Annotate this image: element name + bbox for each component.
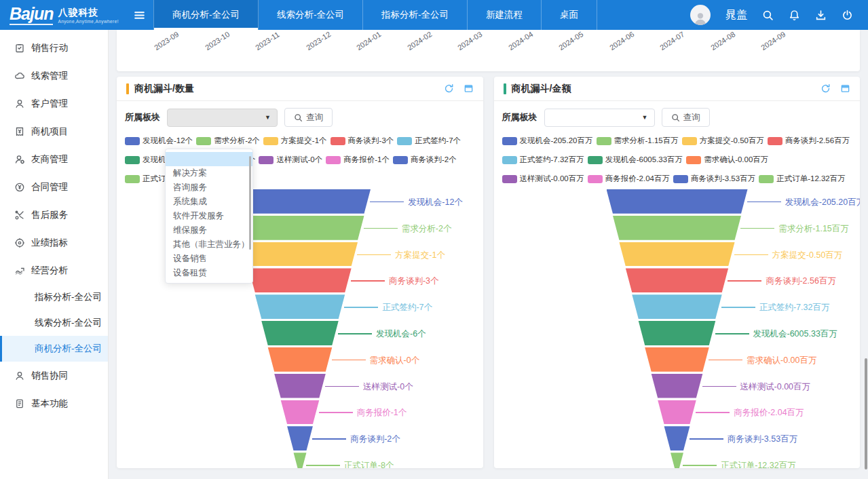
dropdown-scrollbar[interactable] xyxy=(249,156,251,250)
legend-label: 送样测试-0个 xyxy=(276,155,322,165)
legend-swatch xyxy=(263,137,278,145)
avatar[interactable] xyxy=(690,5,711,25)
dropdown-option-8[interactable]: 设备租赁 xyxy=(166,266,252,280)
legend-item-4[interactable]: 正式签约-7.32百万 xyxy=(502,155,584,165)
card-accent-bar xyxy=(126,83,129,94)
search-button[interactable]: 查询 xyxy=(284,108,333,127)
legend-item-6[interactable]: 需求确认-0.00百万 xyxy=(686,155,768,165)
funnel-label-2: 方案提交-0.50百万 xyxy=(772,249,843,261)
funnel-label-line xyxy=(728,280,761,282)
funnel-label-line xyxy=(715,333,749,334)
funnel-label-line xyxy=(747,202,781,203)
legend-item-1[interactable]: 需求分析-2个 xyxy=(196,136,260,146)
maximize-icon[interactable] xyxy=(464,83,474,94)
module-select[interactable]: ▼ xyxy=(167,109,278,127)
legend-item-9[interactable]: 商务谈判-3.53百万 xyxy=(673,174,755,184)
funnel-label-line xyxy=(319,412,353,413)
funnel-segment-9[interactable] xyxy=(607,426,748,451)
card-body: 所属板块▼查询发现机会-12个需求分析-2个方案提交-1个商务谈判-3个正式签约… xyxy=(117,101,483,467)
receipt-icon xyxy=(14,126,25,137)
legend-item-2[interactable]: 方案提交-1个 xyxy=(263,136,327,146)
legend-item-10[interactable]: 正式订单-12.32百万 xyxy=(759,174,846,184)
funnel-segment-2[interactable] xyxy=(607,242,748,267)
topbar-tab-2[interactable]: 指标分析-全公司 xyxy=(363,0,468,30)
sidebar-subitem-8-1[interactable]: 线索分析-全公司 xyxy=(0,310,108,336)
legend-item-0[interactable]: 发现机会-12个 xyxy=(125,136,193,146)
sidebar: 销售行动线索管理客户管理商机项目友商管理合同管理售后服务业绩指标经营分析指标分析… xyxy=(0,30,109,479)
download-icon[interactable] xyxy=(815,9,827,21)
sidebar-item-6[interactable]: 售后服务 xyxy=(0,201,108,229)
dropdown-option-7[interactable]: 设备销售 xyxy=(166,252,252,266)
funnel-label-3: 商务谈判-3个 xyxy=(389,275,439,287)
legend-label: 商务报价-2.04百万 xyxy=(605,174,670,184)
legend-swatch xyxy=(125,175,140,183)
dropdown-option-2[interactable]: 咨询服务 xyxy=(166,180,252,195)
username[interactable]: 晁盖 xyxy=(725,8,747,22)
refresh-icon[interactable] xyxy=(444,83,454,94)
legend-item-7[interactable]: 送样测试-0个 xyxy=(259,155,322,165)
legend-item-2[interactable]: 方案提交-0.50百万 xyxy=(682,136,764,146)
legend-swatch xyxy=(597,137,611,145)
target-icon xyxy=(14,237,25,248)
bell-icon[interactable] xyxy=(789,9,800,21)
dropdown-option-6[interactable]: 其他（非主营业务） xyxy=(166,237,252,252)
module-select[interactable]: ▼ xyxy=(544,109,655,127)
refresh-icon[interactable] xyxy=(820,83,831,94)
funnel-chart: 发现机会-205.20百万需求分析-1.15百万方案提交-0.50百万商务谈判-… xyxy=(502,189,852,468)
legend-item-0[interactable]: 发现机会-205.20百万 xyxy=(502,136,593,146)
power-icon[interactable] xyxy=(842,9,853,21)
sidebar-item-7[interactable]: 业绩指标 xyxy=(0,229,108,256)
sidebar-item-10[interactable]: 基本功能 xyxy=(0,389,108,417)
dropdown-option-0[interactable] xyxy=(166,152,252,166)
search-button[interactable]: 查询 xyxy=(662,108,710,127)
main-content: 2023-092023-102023-112023-122024-012024-… xyxy=(109,30,868,479)
topbar-tab-1[interactable]: 线索分析-全公司 xyxy=(259,0,363,30)
app-logo[interactable]: Bajun 八骏科技 Anyone,Anytime,Anywhere! xyxy=(0,0,126,30)
sidebar-item-4[interactable]: 友商管理 xyxy=(0,145,108,173)
legend-item-7[interactable]: 送样测试-0.00百万 xyxy=(502,174,584,184)
sidebar-subitem-8-2[interactable]: 商机分析-全公司 xyxy=(0,336,108,362)
legend-swatch xyxy=(588,156,603,164)
sidebar-item-5[interactable]: 合同管理 xyxy=(0,173,108,201)
funnel-label-0: 发现机会-12个 xyxy=(408,196,463,208)
topbar-tab-3[interactable]: 新建流程 xyxy=(468,0,542,30)
x-axis-label: 2024-02 xyxy=(406,30,433,52)
sidebar-item-8[interactable]: 经营分析 xyxy=(0,256,108,284)
sidebar-item-0[interactable]: 销售行动 xyxy=(0,34,108,62)
dropdown-option-5[interactable]: 维保服务 xyxy=(166,223,252,237)
sidebar-item-2[interactable]: 客户管理 xyxy=(0,90,108,117)
legend-item-9[interactable]: 商务谈判-2个 xyxy=(393,155,457,165)
page-scrollbar[interactable] xyxy=(865,358,867,470)
user-icon xyxy=(14,98,25,109)
legend-item-4[interactable]: 正式签约-7个 xyxy=(397,136,461,146)
funnel-segment-9[interactable] xyxy=(229,426,371,451)
dropdown-option-3[interactable]: 系统集成 xyxy=(166,195,252,209)
funnel-segment-0[interactable] xyxy=(607,189,748,214)
filter-label: 所属板块 xyxy=(125,111,160,123)
search-icon[interactable] xyxy=(762,9,774,21)
dropdown-option-4[interactable]: 软件开发服务 xyxy=(166,209,252,223)
funnel-label-line xyxy=(344,307,378,308)
menu-icon[interactable] xyxy=(126,0,153,30)
x-axis-label: 2024-08 xyxy=(709,30,736,52)
legend-item-1[interactable]: 需求分析-1.15百万 xyxy=(597,136,679,146)
legend-item-3[interactable]: 商务谈判-2.56百万 xyxy=(768,136,850,146)
sidebar-subitem-8-0[interactable]: 指标分析-全公司 xyxy=(0,284,108,310)
funnel-label-line xyxy=(740,228,774,229)
sidebar-item-9[interactable]: 销售协同 xyxy=(0,362,108,389)
legend-item-8[interactable]: 商务报价-2.04百万 xyxy=(588,174,670,184)
topbar-tab-0[interactable]: 商机分析-全公司 xyxy=(153,0,259,30)
legend-item-8[interactable]: 商务报价-1个 xyxy=(326,155,390,165)
legend-swatch xyxy=(326,156,341,164)
topbar-tab-4[interactable]: 桌面 xyxy=(542,0,597,30)
sidebar-item-3[interactable]: 商机项目 xyxy=(0,117,108,145)
legend-swatch xyxy=(502,156,517,164)
sidebar-item-1[interactable]: 线索管理 xyxy=(0,62,108,90)
legend-item-5[interactable]: 发现机会-6005.33百万 xyxy=(588,155,683,165)
legend-item-3[interactable]: 商务谈判-3个 xyxy=(331,136,394,146)
dropdown-option-1[interactable]: 解决方案 xyxy=(166,166,252,180)
sidebar-item-label: 友商管理 xyxy=(31,153,68,166)
funnel-segment-1[interactable] xyxy=(607,216,748,240)
funnel-segment-3[interactable] xyxy=(607,268,748,292)
maximize-icon[interactable] xyxy=(840,83,850,94)
